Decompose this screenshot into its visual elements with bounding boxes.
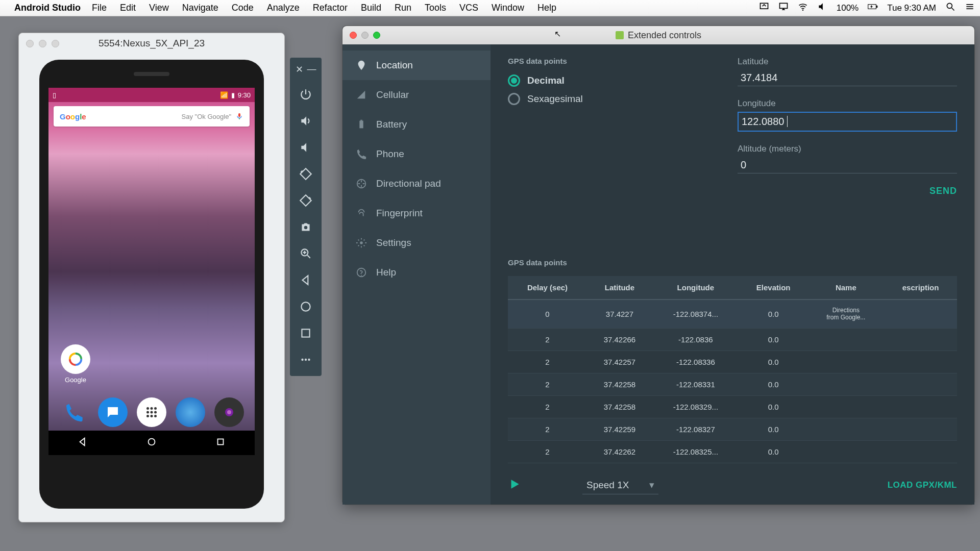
overview-toolbar-button[interactable] [296, 323, 316, 343]
svg-rect-30 [300, 195, 311, 206]
svg-point-27 [149, 439, 155, 445]
volume-icon[interactable] [817, 2, 827, 14]
emulator-toolbar: ✕ — [290, 58, 322, 376]
table-row[interactable]: 237.42262-122.08325...0.0 [508, 440, 957, 463]
longitude-input[interactable]: 122.0880 [738, 112, 957, 132]
android-navbar [48, 431, 255, 455]
spotlight-icon[interactable] [945, 2, 955, 14]
table-row[interactable]: 237.42257-122.083360.0 [508, 350, 957, 373]
sidebar-item-cellular[interactable]: Cellular [342, 80, 491, 110]
airplay-icon[interactable] [778, 2, 789, 14]
wifi-icon[interactable] [798, 2, 808, 14]
menu-analyze[interactable]: Analyze [267, 3, 300, 13]
extended-controls-titlebar[interactable]: Extended controls ↖ [342, 26, 974, 44]
menu-run[interactable]: Run [395, 3, 411, 13]
cell-elev: 0.0 [739, 350, 808, 373]
sidebar-item-fingerprint[interactable]: Fingerprint [342, 198, 491, 228]
col-lat[interactable]: Latitude [587, 276, 652, 299]
more-button[interactable] [296, 349, 316, 370]
phone-frame: ▯ 📶 ▮ 9:30 Google Say "Ok Google" Google [39, 60, 264, 509]
app-name[interactable]: Android Studio [14, 3, 81, 13]
sidebar-item-dpad[interactable]: Directional pad [342, 169, 491, 198]
table-row[interactable]: 237.42258-122.08329...0.0 [508, 395, 957, 418]
menu-vcs[interactable]: VCS [459, 3, 478, 13]
app-drawer-icon[interactable] [137, 397, 166, 427]
sidebar-item-help[interactable]: Help [342, 258, 491, 287]
sidebar-item-location[interactable]: Location [342, 51, 491, 80]
screenshare-icon[interactable] [759, 2, 769, 14]
power-button[interactable] [296, 84, 316, 105]
close-emulator-button[interactable]: ✕ [296, 64, 303, 75]
back-button[interactable] [77, 436, 88, 449]
emulator-titlebar[interactable]: 5554:Nexus_5X_API_23 [19, 33, 284, 54]
clock[interactable]: Tue 9:30 AM [887, 3, 936, 13]
svg-point-21 [154, 411, 157, 414]
phone-screen[interactable]: ▯ 📶 ▮ 9:30 Google Say "Ok Google" Google [48, 88, 255, 455]
menu-file[interactable]: File [92, 3, 107, 13]
menu-build[interactable]: Build [361, 3, 381, 13]
sidebar-item-settings[interactable]: Settings [342, 228, 491, 258]
svg-point-20 [151, 411, 153, 414]
zoom-button[interactable] [296, 243, 316, 264]
cell-lat: 37.42258 [587, 373, 652, 395]
cell-lon: -122.0836 [652, 328, 739, 350]
home-button[interactable] [146, 436, 157, 449]
svg-point-44 [360, 241, 363, 244]
google-folder[interactable]: Google [61, 344, 90, 384]
sdcard-icon: ▯ [53, 91, 56, 99]
camera-app-icon[interactable] [214, 397, 244, 427]
menu-tools[interactable]: Tools [425, 3, 446, 13]
home-toolbar-button[interactable] [296, 296, 316, 317]
sidebar-item-battery[interactable]: Battery [342, 110, 491, 139]
speed-label: Speed 1X [586, 480, 629, 491]
col-name[interactable]: Name [807, 276, 884, 299]
traffic-lights[interactable] [26, 40, 59, 47]
screenshot-button[interactable] [296, 217, 316, 237]
cell-lat: 37.42266 [587, 328, 652, 350]
window-icon [616, 31, 624, 39]
sidebar-item-phone[interactable]: Phone [342, 139, 491, 169]
google-search-bar[interactable]: Google Say "Ok Google" [54, 106, 250, 127]
radio-label: Sexagesimal [527, 93, 583, 105]
messages-app-icon[interactable] [98, 397, 128, 427]
menu-help[interactable]: Help [537, 3, 556, 13]
menu-edit[interactable]: Edit [120, 3, 136, 13]
col-elev[interactable]: Elevation [739, 276, 808, 299]
latitude-input[interactable]: 37.4184 [738, 70, 957, 86]
altitude-input[interactable]: 0 [738, 157, 957, 173]
send-button[interactable]: SEND [738, 186, 957, 196]
volume-down-button[interactable] [296, 137, 316, 158]
table-row[interactable]: 237.42259-122.083270.0 [508, 418, 957, 440]
table-row[interactable]: 237.42258-122.083310.0 [508, 373, 957, 395]
play-button[interactable] [508, 478, 521, 493]
volume-up-button[interactable] [296, 111, 316, 131]
cell-desc [884, 395, 957, 418]
menu-navigate[interactable]: Navigate [182, 3, 218, 13]
col-lon[interactable]: Longitude [652, 276, 739, 299]
table-row[interactable]: 037.4227-122.08374...0.0Directions from … [508, 299, 957, 328]
browser-app-icon[interactable] [176, 397, 205, 427]
phone-app-icon[interactable] [59, 397, 89, 427]
table-row[interactable]: 237.42266-122.08360.0 [508, 328, 957, 350]
menu-refactor[interactable]: Refactor [313, 3, 348, 13]
menu-window[interactable]: Window [492, 3, 524, 13]
load-gpx-button[interactable]: LOAD GPX/KML [888, 480, 957, 490]
menu-code[interactable]: Code [232, 3, 254, 13]
recents-button[interactable] [215, 436, 226, 449]
menu-icon[interactable] [965, 2, 975, 14]
sidebar-label: Fingerprint [376, 208, 423, 219]
traffic-lights[interactable] [350, 32, 380, 39]
rotate-left-button[interactable] [296, 164, 316, 184]
cell-lat: 37.42257 [587, 350, 652, 373]
cell-desc [884, 350, 957, 373]
speed-select[interactable]: Speed 1X▾ [582, 476, 658, 494]
latitude-field: Latitude 37.4184 [738, 57, 957, 86]
mic-icon[interactable] [235, 112, 243, 120]
rotate-right-button[interactable] [296, 190, 316, 211]
col-desc[interactable]: escription [884, 276, 957, 299]
back-toolbar-button[interactable] [296, 270, 316, 290]
col-delay[interactable]: Delay (sec) [508, 276, 587, 299]
menu-view[interactable]: View [149, 3, 169, 13]
cell-elev: 0.0 [739, 328, 808, 350]
minimize-emulator-button[interactable]: — [307, 64, 316, 75]
